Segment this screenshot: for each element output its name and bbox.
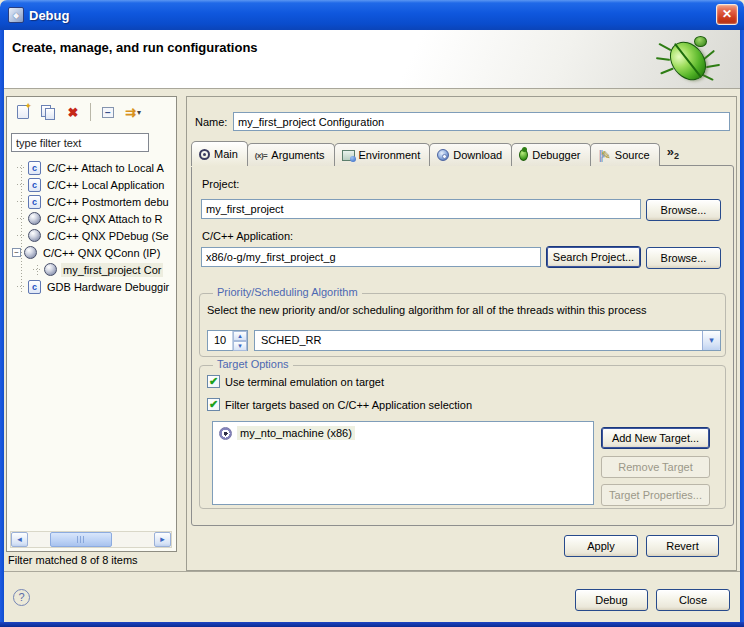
terminal-emulation-row: ✔ Use terminal emulation on target — [207, 375, 384, 388]
tree-item-qnx-attach[interactable]: C/C++ QNX Attach to R — [7, 210, 176, 227]
help-button[interactable]: ? — [13, 589, 30, 606]
apply-button[interactable]: Apply — [564, 535, 638, 557]
window-icon: ◆ — [8, 7, 24, 23]
priority-scheduling-group: Priority/Scheduling Algorithm Select the… — [199, 293, 726, 357]
dialog-close-button[interactable]: Close — [656, 589, 730, 611]
debugger-bug-icon — [519, 149, 528, 161]
filter-text-input[interactable] — [11, 133, 149, 152]
delete-configuration-button[interactable]: ✖ — [62, 101, 84, 123]
c-application-icon: c — [28, 195, 41, 209]
hidden-tab-count: 2 — [674, 151, 679, 161]
filter-icon: ⇉ — [125, 105, 136, 120]
duplicate-configuration-button[interactable] — [37, 101, 59, 123]
download-tab-icon — [437, 149, 449, 161]
tree-item-postmortem[interactable]: c C/C++ Postmortem debu — [7, 193, 176, 210]
tab-arguments[interactable]: (x)= Arguments — [247, 143, 335, 166]
collapse-all-icon: − — [102, 107, 114, 118]
collapse-expander-icon[interactable]: − — [12, 248, 21, 257]
dialog-heading: Create, manage, and run configurations — [12, 40, 258, 55]
filter-targets-label: Filter targets based on C/C++ Applicatio… — [225, 399, 472, 411]
filter-dropdown-icon: ▾ — [137, 108, 141, 117]
collapse-all-button[interactable]: − — [97, 101, 119, 123]
priority-value[interactable]: 10 — [208, 331, 232, 350]
tab-download[interactable]: Download — [429, 143, 512, 166]
project-label: Project: — [202, 178, 239, 190]
combo-dropdown-icon[interactable]: ▾ — [702, 331, 720, 350]
spinner-up-icon[interactable]: ▴ — [233, 331, 247, 341]
revert-button[interactable]: Revert — [646, 535, 719, 557]
scheduler-value: SCHED_RR — [255, 331, 702, 350]
target-group-title: Target Options — [213, 358, 293, 370]
bug-image — [656, 32, 722, 88]
scrollbar-track[interactable] — [28, 532, 154, 547]
configurations-tree: c C/C++ Attach to Local A c C/C++ Local … — [7, 159, 176, 525]
window-border-bottom — [0, 622, 744, 627]
target-options-group: Target Options ✔ Use terminal emulation … — [199, 365, 726, 509]
tree-item-qnx-pdebug[interactable]: C/C++ QNX PDebug (Se — [7, 227, 176, 244]
configuration-tabs: Main (x)= Arguments Environment Download… — [191, 141, 683, 166]
c-application-icon: c — [28, 280, 41, 294]
qnx-sphere-icon — [28, 212, 41, 225]
window-border-left — [0, 30, 4, 623]
filter-status-text: Filter matched 8 of 8 items — [8, 554, 138, 566]
toolbar-separator — [90, 103, 91, 121]
application-browse-button[interactable]: Browse... — [646, 247, 721, 269]
name-label: Name: — [195, 116, 227, 128]
configurations-toolbar: ✦ ✖ − ⇉ ▾ — [7, 97, 176, 127]
tree-item-local-application[interactable]: c C/C++ Local Application — [7, 176, 176, 193]
tab-main[interactable]: Main — [191, 141, 248, 166]
tree-horizontal-scrollbar: ◂ ▸ — [10, 531, 172, 548]
scroll-left-button[interactable]: ◂ — [11, 532, 28, 547]
target-properties-button[interactable]: Target Properties... — [601, 484, 710, 506]
search-project-button[interactable]: Search Project... — [546, 246, 641, 268]
configuration-name-input[interactable] — [233, 112, 730, 131]
tab-overflow-indicator[interactable]: »2 — [663, 144, 683, 166]
tab-environment[interactable]: Environment — [334, 143, 431, 166]
project-input[interactable] — [201, 199, 641, 219]
targets-list[interactable]: my_nto_machine (x86) — [212, 421, 594, 505]
application-input[interactable] — [201, 247, 541, 267]
new-document-icon: ✦ — [17, 105, 29, 119]
delete-icon: ✖ — [68, 105, 79, 120]
tab-source[interactable]: ╠✎ Source — [590, 143, 660, 166]
header-banner: Create, manage, and run configurations — [4, 30, 740, 89]
footer-separator — [4, 571, 740, 572]
scroll-right-button[interactable]: ▸ — [154, 532, 171, 547]
close-window-button[interactable]: ✕ — [716, 4, 738, 25]
configuration-form-panel: Name: Main (x)= Arguments Environment Do… — [186, 96, 737, 571]
window-title: Debug — [29, 8, 69, 23]
arguments-tab-icon: (x)= — [255, 151, 267, 160]
filter-targets-checkbox[interactable]: ✔ — [207, 398, 220, 411]
add-new-target-button[interactable]: Add New Target... — [601, 427, 710, 449]
scheduler-combo[interactable]: SCHED_RR ▾ — [254, 330, 721, 351]
source-tab-icon: ╠✎ — [598, 149, 611, 162]
filter-targets-row: ✔ Filter targets based on C/C++ Applicat… — [207, 398, 472, 411]
debug-dialog-window: { "window": { "title": "Debug" }, "icons… — [0, 0, 744, 627]
target-machine-label: my_nto_machine (x86) — [237, 426, 355, 440]
main-tab-content: Project: Browse... C/C++ Application: Se… — [191, 165, 734, 526]
remove-target-button[interactable]: Remove Target — [601, 456, 710, 478]
priority-group-title: Priority/Scheduling Algorithm — [213, 286, 362, 298]
debug-button[interactable]: Debug — [575, 589, 648, 611]
title-bar: ◆ Debug — [0, 0, 744, 30]
tree-item-gdb-hardware[interactable]: c GDB Hardware Debuggir — [7, 278, 176, 295]
tree-item-qnx-qconn[interactable]: − C/C++ QNX QConn (IP) — [7, 244, 176, 261]
tree-item-my-first-project[interactable]: my_first_project Cor — [7, 261, 176, 278]
window-border-right — [740, 30, 744, 623]
tree-item-attach-local[interactable]: c C/C++ Attach to Local A — [7, 159, 176, 176]
filter-configurations-button[interactable]: ⇉ ▾ — [122, 101, 144, 123]
terminal-emulation-checkbox[interactable]: ✔ — [207, 375, 220, 388]
main-tab-icon — [199, 149, 210, 160]
project-browse-button[interactable]: Browse... — [646, 199, 721, 221]
application-label: C/C++ Application: — [202, 230, 293, 242]
new-configuration-button[interactable]: ✦ — [12, 101, 34, 123]
tab-debugger[interactable]: Debugger — [511, 143, 590, 166]
priority-spinner[interactable]: 10 ▴ ▾ — [207, 330, 248, 351]
priority-description: Select the new priority and/or schedulin… — [207, 304, 647, 316]
duplicate-icon — [41, 105, 56, 120]
qnx-sphere-icon — [24, 246, 37, 259]
scrollbar-thumb[interactable] — [50, 532, 112, 547]
spinner-down-icon[interactable]: ▾ — [233, 341, 247, 351]
target-list-item[interactable]: my_nto_machine (x86) — [213, 422, 593, 442]
environment-tab-icon — [342, 150, 355, 161]
